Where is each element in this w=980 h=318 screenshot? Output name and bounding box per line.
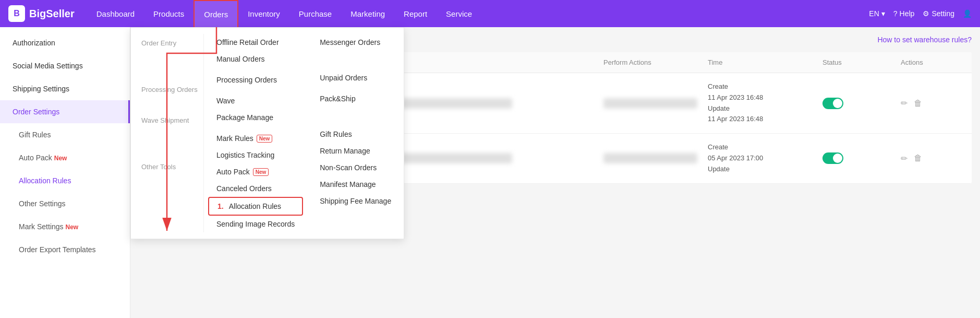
user-icon: 👤 (963, 9, 972, 18)
menu-unpaid-orders[interactable]: Unpaid Orders (311, 69, 400, 86)
edit-icon-2[interactable]: ✏ (901, 154, 908, 163)
row2-actions: ✏ 🗑 (901, 154, 963, 163)
section-label-other-tools: Other Tools (137, 158, 197, 174)
menu-package-manage[interactable]: Package Manage (208, 109, 303, 126)
nav-marketing[interactable]: Marketing (341, 0, 394, 27)
help-label: Help (900, 9, 915, 18)
sidebar-item-shipping[interactable]: Shipping Settings (0, 77, 130, 100)
row1-update-val: 11 Apr 2023 16:48 (708, 114, 822, 125)
logo-text: BigSeller (29, 8, 75, 20)
menu-allocation-rules[interactable]: 1. 1. Allocation Rules (208, 197, 303, 216)
nav-products[interactable]: Products (144, 0, 193, 27)
sidebar: Authorization Social Media Settings Ship… (0, 27, 130, 318)
row1-status[interactable] (822, 98, 901, 109)
action-icons-2: ✏ 🗑 (901, 154, 963, 163)
menu-offline-retail[interactable]: Offline Retail Order (208, 34, 303, 51)
dropdown-col1: Offline Retail Order Manual Orders Proce… (204, 34, 307, 232)
setting-label: Setting (931, 9, 954, 18)
edit-icon-1[interactable]: ✏ (901, 98, 908, 108)
blurred-action-1 (603, 98, 697, 109)
row2-perform (603, 153, 708, 163)
section-label-wave: Wave Shipment (137, 111, 197, 127)
auto-pack-new-badge: New (54, 155, 67, 162)
orders-dropdown-menu: Order Entry Processing Orders Wave Shipm… (130, 27, 404, 239)
nav-items: Dashboard Products Orders Inventory Purc… (87, 0, 869, 27)
sidebar-item-other-settings[interactable]: Other Settings (0, 192, 130, 215)
sidebar-item-social-media[interactable]: Social Media Settings (0, 54, 130, 77)
menu-manual-orders[interactable]: Manual Orders (208, 51, 303, 67)
dropdown-section-labels: Order Entry Processing Orders Wave Shipm… (131, 34, 204, 232)
row2-create-val: 05 Apr 2023 17:00 (708, 153, 822, 164)
mark-rules-badge: New (257, 135, 273, 143)
section-label-order-entry: Order Entry (137, 34, 197, 50)
step-number: 1. (217, 202, 224, 210)
menu-manifest-manage[interactable]: Manifest Manage (311, 176, 400, 193)
menu-messenger-orders[interactable]: Messenger Orders (311, 34, 400, 51)
menu-mark-rules[interactable]: Mark Rules New (208, 130, 303, 147)
row2-create-label: Create (708, 142, 822, 153)
row2-update-label: Update (708, 164, 822, 175)
menu-return-manage[interactable]: Return Manage (311, 143, 400, 159)
menu-gift-rules[interactable]: Gift Rules (311, 126, 400, 143)
nav-purchase[interactable]: Purchase (289, 0, 341, 27)
action-icons-1: ✏ 🗑 (901, 98, 963, 108)
auto-pack-badge: New (253, 168, 269, 176)
menu-logistics-tracking[interactable]: Logistics Tracking (208, 147, 303, 163)
row1-create-val: 11 Apr 2023 16:48 (708, 92, 822, 103)
warehouse-rules-link[interactable]: How to set warehouse rules? (877, 36, 972, 44)
nav-orders[interactable]: Orders (193, 0, 238, 27)
col-header-actions: Perform Actions (603, 58, 708, 66)
menu-auto-pack[interactable]: Auto Pack New (208, 163, 303, 180)
menu-shipping-fee[interactable]: Shipping Fee Manage (311, 193, 400, 209)
status-toggle-1[interactable] (822, 98, 843, 109)
sidebar-item-authorization[interactable]: Authorization (0, 31, 130, 54)
blurred-action-2 (603, 153, 697, 163)
menu-pack-ship[interactable]: Pack&Ship (311, 90, 400, 107)
mark-settings-new-badge: New (65, 223, 78, 231)
sidebar-item-auto-pack[interactable]: Auto Pack New (0, 146, 130, 169)
top-navigation: B BigSeller Dashboard Products Orders In… (0, 0, 980, 27)
help-icon: ? (893, 9, 898, 18)
logo[interactable]: B BigSeller (8, 5, 75, 22)
sidebar-item-order-export[interactable]: Order Export Templates (0, 238, 130, 261)
main-layout: Authorization Social Media Settings Ship… (0, 27, 980, 318)
row1-create-label: Create (708, 81, 822, 92)
row1-perform (603, 98, 708, 109)
delete-icon-1[interactable]: 🗑 (914, 99, 922, 108)
nav-service[interactable]: Service (437, 0, 481, 27)
sidebar-item-mark-settings[interactable]: Mark Settings New (0, 215, 130, 238)
gear-icon: ⚙ (923, 9, 929, 18)
sidebar-item-allocation-rules[interactable]: Allocation Rules (0, 169, 130, 192)
nav-dashboard[interactable]: Dashboard (87, 0, 144, 27)
logo-icon: B (8, 5, 25, 22)
section-label-processing: Processing Orders (137, 80, 197, 97)
col-header-actions2: Actions (901, 58, 963, 66)
menu-non-scan[interactable]: Non-Scan Orders (311, 159, 400, 176)
status-toggle-2[interactable] (822, 152, 843, 164)
col-header-status: Status (822, 58, 901, 66)
menu-canceled-orders[interactable]: Canceled Orders (208, 180, 303, 197)
nav-right: EN ▾ ? Help ⚙ Setting 👤 (869, 9, 972, 18)
menu-wave[interactable]: Wave (208, 92, 303, 109)
nav-inventory[interactable]: Inventory (238, 0, 289, 27)
menu-sending-image[interactable]: Sending Image Records (208, 216, 303, 232)
dropdown-col2: Messenger Orders Unpaid Orders Pack&Ship… (307, 34, 404, 232)
nav-report[interactable]: Report (394, 0, 437, 27)
setting-button[interactable]: ⚙ Setting (923, 9, 954, 18)
sidebar-item-gift-rules[interactable]: Gift Rules (0, 123, 130, 146)
user-avatar[interactable]: 👤 (963, 9, 972, 18)
sidebar-item-order-settings[interactable]: Order Settings (0, 100, 130, 123)
row2-time: Create 05 Apr 2023 17:00 Update (708, 142, 822, 174)
row1-actions: ✏ 🗑 (901, 98, 963, 108)
row1-time: Create 11 Apr 2023 16:48 Update 11 Apr 2… (708, 81, 822, 125)
col-header-time: Time (708, 58, 822, 66)
chevron-down-icon: ▾ (881, 9, 885, 18)
help-button[interactable]: ? Help (893, 9, 915, 18)
delete-icon-2[interactable]: 🗑 (914, 154, 922, 163)
menu-processing-orders[interactable]: Processing Orders (208, 72, 303, 88)
row1-update-label: Update (708, 103, 822, 114)
language-label: EN (869, 9, 879, 18)
row2-status[interactable] (822, 152, 901, 164)
language-selector[interactable]: EN ▾ (869, 9, 885, 18)
